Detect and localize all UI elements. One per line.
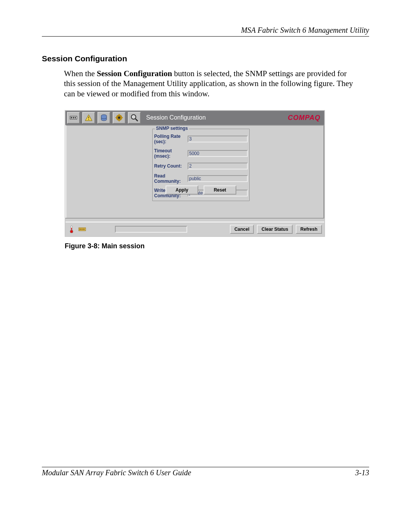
cancel-button[interactable]: Cancel — [230, 225, 254, 234]
toolbar-button-5[interactable] — [128, 112, 141, 124]
clear-status-button[interactable]: Clear Status — [257, 225, 293, 234]
apply-button[interactable]: Apply — [166, 185, 198, 195]
svg-rect-1 — [71, 117, 72, 118]
panel-divider — [65, 218, 324, 222]
toolbar-button-4[interactable] — [113, 112, 126, 124]
timeout-input[interactable] — [188, 150, 248, 157]
footer-right: 3-13 — [355, 468, 369, 477]
page-footer: Modular SAN Array Fabric Switch 6 User G… — [42, 467, 369, 477]
search-icon — [131, 114, 138, 121]
read-community-label: Read Community: — [154, 173, 186, 184]
switch-status-icon — [78, 225, 86, 233]
body-paragraph: When the Session Configuration button is… — [64, 69, 357, 99]
svg-point-18 — [70, 230, 73, 233]
svg-line-15 — [135, 119, 138, 121]
snmp-settings-legend: SNMP settings — [155, 126, 189, 131]
svg-point-9 — [118, 117, 120, 119]
svg-rect-13 — [121, 117, 123, 118]
toolbar-title: Session Configuration — [146, 114, 206, 121]
svg-rect-5 — [88, 117, 89, 118]
svg-rect-20 — [80, 228, 81, 230]
svg-point-14 — [131, 115, 136, 119]
read-community-input[interactable] — [188, 175, 248, 182]
timeout-row: Timeout (msec): — [154, 148, 248, 159]
page-header: MSA Fabric Switch 6 Management Utility — [42, 26, 369, 37]
svg-rect-2 — [73, 117, 74, 118]
figure: Session Configuration COMPAQ SNMP settin… — [65, 110, 323, 237]
status-bar: Cancel Clear Status Refresh — [65, 222, 324, 236]
svg-rect-21 — [81, 228, 83, 230]
switch-icon — [70, 115, 77, 120]
polling-rate-input[interactable] — [188, 136, 248, 142]
app-toolbar: Session Configuration COMPAQ — [65, 111, 324, 125]
read-community-row: Read Community: — [154, 173, 248, 184]
svg-rect-3 — [75, 117, 76, 118]
progress-bar — [115, 226, 187, 233]
svg-rect-11 — [119, 120, 119, 121]
brand-logo: COMPAQ — [288, 114, 323, 122]
body-text-bold: Session Configuration — [97, 69, 172, 78]
refresh-button[interactable]: Refresh — [296, 225, 322, 234]
footer-left: Modular SAN Array Fabric Switch 6 User G… — [42, 468, 191, 477]
retry-count-label: Retry Count: — [154, 163, 186, 169]
retry-count-row: Retry Count: — [154, 163, 248, 169]
toolbar-button-3[interactable] — [97, 112, 110, 124]
svg-rect-6 — [88, 119, 89, 120]
toolbar-button-1[interactable] — [67, 112, 80, 124]
warning-icon — [85, 114, 92, 121]
reset-button[interactable]: Reset — [204, 185, 236, 195]
polling-rate-label: Polling Rate (sec): — [154, 134, 186, 144]
thermometer-icon — [68, 225, 75, 233]
figure-caption: Figure 3-8: Main session — [65, 242, 369, 250]
app-window: Session Configuration COMPAQ SNMP settin… — [65, 110, 325, 237]
retry-count-input[interactable] — [188, 163, 248, 169]
gear-icon — [115, 114, 123, 121]
svg-rect-12 — [115, 117, 117, 118]
body-text-pre: When the — [64, 69, 97, 78]
section-heading: Session Configuration — [42, 54, 369, 63]
apply-reset-row: Apply Reset — [152, 185, 250, 195]
svg-rect-22 — [83, 228, 84, 230]
polling-rate-row: Polling Rate (sec): — [154, 134, 248, 144]
header-right-text: MSA Fabric Switch 6 Management Utility — [42, 26, 369, 35]
timeout-label: Timeout (msec): — [154, 148, 186, 159]
svg-rect-10 — [119, 114, 119, 115]
database-icon — [100, 114, 107, 121]
content-area: SNMP settings Polling Rate (sec): Timeou… — [65, 125, 324, 218]
toolbar-button-2[interactable] — [82, 112, 95, 124]
